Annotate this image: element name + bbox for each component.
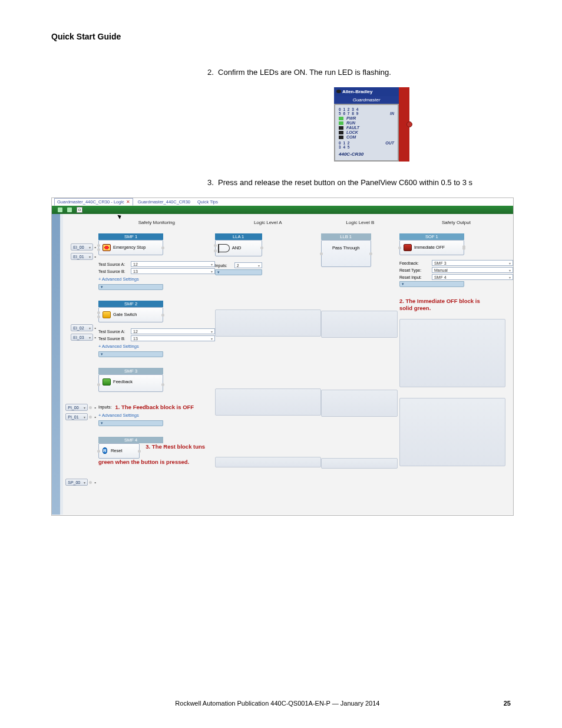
out-row-1: 0 1 2 — [339, 141, 350, 145]
empty-slot[interactable] — [321, 390, 398, 417]
empty-slot[interactable] — [215, 309, 321, 337]
com-label: COM — [346, 135, 356, 139]
publication-id: Rockwell Automation Publication 440C-QS0… — [51, 700, 504, 707]
empty-slot[interactable] — [399, 398, 505, 466]
chip-sp00[interactable]: SP_00▾ — [65, 479, 88, 486]
reset-input-label: Reset Input: — [399, 275, 430, 279]
smf3-name: Feedback — [113, 379, 133, 384]
tsa-label: Test Source A: — [98, 330, 129, 334]
fault-label: FAULT — [346, 126, 359, 130]
expander[interactable] — [215, 269, 262, 275]
chip-ei01[interactable]: EI_01▾ — [71, 253, 93, 260]
tsa-label: Test Source A: — [98, 262, 129, 266]
expander[interactable] — [399, 281, 464, 287]
led-run — [339, 121, 343, 125]
step-text: Confirm the LEDs are ON. The run LED is … — [218, 68, 391, 77]
page-title: Quick Start Guide — [51, 32, 513, 41]
adv-settings-link[interactable]: Advanced Settings — [98, 344, 215, 349]
lla1-block[interactable]: AND — [215, 240, 262, 256]
tsa-select[interactable]: 12▾ — [131, 328, 215, 334]
inputs-select[interactable]: 2▾ — [234, 262, 262, 268]
toolbar — [52, 206, 513, 214]
smf4-block[interactable]: R Reset — [98, 443, 140, 459]
smf2-title: SMF 2 — [98, 301, 163, 307]
led-lock — [339, 131, 343, 134]
tool-icon[interactable] — [67, 207, 72, 212]
col-logic-b: Logic Level B — [321, 216, 399, 233]
expander[interactable] — [98, 351, 163, 357]
step-2: 2. Confirm the LEDs are ON. The run LED … — [207, 68, 513, 77]
tab-device[interactable]: Guardmaster_440C_CR30 — [135, 199, 193, 205]
immediate-off-icon — [404, 244, 412, 251]
smf3-block[interactable]: Feedback — [98, 374, 163, 392]
reset-input-select[interactable]: SMF 4▾ — [432, 274, 513, 280]
empty-slot[interactable] — [321, 311, 398, 338]
device-series: Guardmaster — [334, 96, 399, 104]
device-brand: Allen-Bradley — [342, 89, 373, 94]
step-number: 3. — [207, 178, 214, 187]
smf2-block[interactable]: Gate Switch — [98, 307, 163, 322]
chip-ei03[interactable]: EI_03▾ — [71, 334, 93, 341]
feedback-label: Feedback: — [399, 261, 430, 265]
smf4-name: Reset — [111, 448, 123, 453]
led-fault — [339, 126, 343, 130]
smf1-title: SMF 1 — [98, 233, 163, 240]
col-safety-monitoring: Safety Monitoring — [98, 216, 215, 233]
pwr-label: PWR — [346, 116, 356, 120]
lock-label: LOCK — [346, 130, 358, 134]
page-footer: Rockwell Automation Publication 440C-QS0… — [0, 700, 562, 707]
feedback-icon — [103, 378, 111, 386]
lla1-title: LLA 1 — [215, 233, 262, 240]
tab-logic[interactable]: Guardmaster_440C_CR30 - Logic✕ — [54, 198, 133, 206]
gate-icon — [103, 311, 111, 318]
adv-settings-link[interactable]: Advanced Settings — [98, 413, 215, 418]
sof1-title: SOF 1 — [399, 233, 464, 240]
empty-slot[interactable] — [321, 458, 398, 469]
feedback-select[interactable]: SMF 3▾ — [432, 260, 513, 266]
chip-pi00[interactable]: PI_00▾ — [65, 404, 88, 411]
empty-slot[interactable] — [215, 457, 321, 467]
empty-slot[interactable] — [215, 388, 321, 416]
tab-quick-tips[interactable]: Quick Tips — [195, 199, 220, 205]
chip-pi01[interactable]: PI_01▾ — [65, 413, 88, 420]
tool-icon[interactable] — [58, 207, 62, 212]
llb1-title: LLB 1 — [321, 233, 371, 240]
callout-1: 1. The Feedback block is OFF — [115, 404, 194, 410]
led-pwr — [339, 117, 343, 120]
tsb-label: Test Source B: — [98, 269, 129, 274]
chip-ei02[interactable]: EI_02▾ — [71, 324, 93, 331]
sof1-block[interactable]: Immediate OFF — [399, 240, 464, 255]
smf3-title: SMF 3 — [98, 368, 163, 374]
tab-bar: Guardmaster_440C_CR30 - Logic✕ Guardmast… — [52, 198, 513, 206]
tsa-select[interactable]: 12▾ — [131, 261, 215, 267]
step-3: 3. Press and release the reset button on… — [207, 178, 513, 187]
chip-ei00[interactable]: EI_00▾ — [71, 243, 93, 251]
device-model: 440C-CR30 — [339, 151, 394, 157]
tsb-label: Test Source B: — [98, 337, 129, 341]
expander[interactable] — [98, 284, 163, 290]
llb1-name: Pass Through — [322, 245, 371, 251]
and-icon — [219, 244, 230, 252]
expander[interactable] — [98, 420, 163, 426]
out-label: OUT — [385, 141, 394, 145]
llb1-block[interactable]: Pass Through — [321, 240, 371, 267]
device-diagram: Allen-Bradley Guardmaster 0 1 2 3 4 5 6 … — [334, 87, 513, 162]
smf1-name: Emergency Stop — [113, 245, 146, 250]
smf1-block[interactable]: Emergency Stop — [98, 240, 163, 255]
fullscreen-icon[interactable] — [77, 207, 82, 213]
in-label: IN — [390, 111, 394, 116]
left-scrollbar[interactable] — [52, 214, 60, 515]
page-number: 25 — [504, 700, 511, 707]
inputs-label: Inputs: — [215, 263, 233, 268]
reset-type-select[interactable]: Manual▾ — [432, 267, 513, 273]
software-screenshot: Guardmaster_440C_CR30 - Logic✕ Guardmast… — [51, 197, 514, 516]
close-icon[interactable]: ✕ — [126, 199, 130, 205]
smf2-name: Gate Switch — [113, 312, 137, 317]
tsb-select[interactable]: 13▾ — [131, 335, 215, 341]
step-number: 2. — [207, 68, 214, 77]
adv-settings-link[interactable]: Advanced Settings — [98, 276, 215, 282]
empty-slot[interactable] — [399, 319, 505, 387]
col-logic-a: Logic Level A — [215, 216, 321, 233]
in-row-2: 5 6 7 8 9 — [339, 111, 359, 116]
tsb-select[interactable]: 13▾ — [131, 268, 215, 274]
